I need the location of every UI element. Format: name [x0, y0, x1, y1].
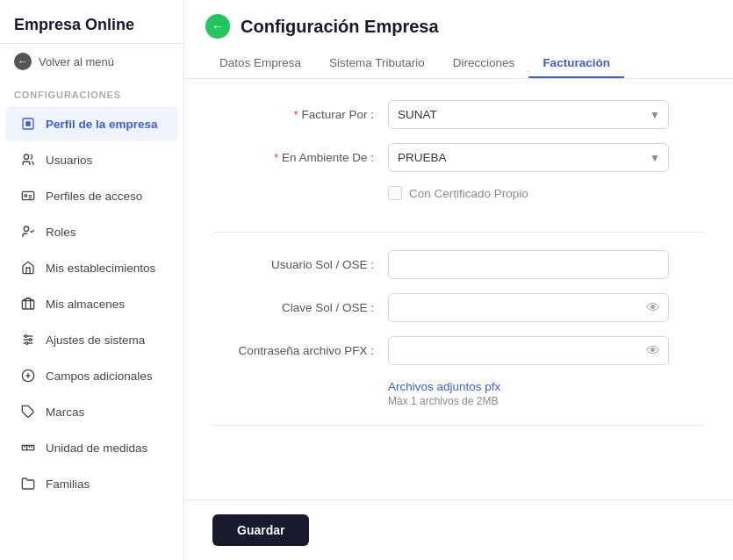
tag-icon [19, 403, 37, 420]
svg-point-1 [24, 154, 28, 159]
usuario-sol-control [388, 250, 669, 279]
svg-point-4 [24, 226, 28, 231]
tab-facturacion[interactable]: Facturación [528, 49, 624, 78]
contrasena-input-wrapper: 👁 [388, 336, 669, 365]
sidebar-nav: Perfil de la empresa Usuarios Perfiles d… [0, 105, 183, 560]
sidebar-item-establecimientos[interactable]: Mis establecimientos [5, 250, 178, 285]
ambiente-text: En Ambiente De : [282, 151, 374, 164]
id-card-icon [19, 187, 37, 205]
back-icon: ← [14, 53, 32, 70]
facturar-por-row: * Facturar Por : SUNAT OSE ▼ [212, 100, 705, 129]
contrasena-label: Contraseña archivo PFX : [212, 344, 388, 357]
warehouse-icon [19, 295, 37, 312]
header-top: ← Configuración Empresa [205, 14, 712, 39]
facturar-por-text: Facturar Por : [301, 108, 374, 121]
page-title: Configuración Empresa [241, 17, 439, 37]
sidebar-item-label-familias: Familias [46, 477, 90, 491]
ambiente-row: * En Ambiente De : PRUEBA PRODUCCION ▼ [212, 143, 705, 172]
svg-point-3 [25, 195, 27, 197]
ambiente-select[interactable]: PRUEBA PRODUCCION [388, 143, 669, 172]
clave-sol-eye-icon[interactable]: 👁 [646, 300, 660, 316]
contrasena-eye-icon[interactable]: 👁 [646, 343, 660, 359]
sidebar-item-label-almacenes: Mis almacenes [46, 298, 125, 311]
sidebar-item-label-ajustes: Ajustes de sistema [46, 334, 145, 347]
sidebar-item-label-perfiles: Perfiles de acceso [46, 190, 142, 203]
contrasena-control: 👁 [388, 336, 669, 365]
clave-sol-control: 👁 [388, 293, 669, 322]
facturar-por-select[interactable]: SUNAT OSE [388, 100, 669, 129]
users-icon [19, 151, 37, 169]
certificado-label: Con Certificado Propio [409, 187, 528, 200]
svg-point-10 [29, 339, 32, 341]
back-label: Volver al menú [39, 55, 114, 68]
clave-sol-input[interactable] [388, 293, 669, 322]
sidebar-item-marcas[interactable]: Marcas [5, 394, 178, 429]
tab-bar: Datos Empresa Sistema Tributario Direcci… [205, 49, 712, 78]
ambiente-select-wrapper: PRUEBA PRODUCCION ▼ [388, 143, 669, 172]
ambiente-label: * En Ambiente De : [212, 151, 388, 164]
svg-point-11 [25, 342, 28, 345]
sidebar-section-label: CONFIGURACIONES [0, 79, 183, 105]
usuario-sol-row: Usuario Sol / OSE : [212, 250, 705, 279]
folder-icon [19, 475, 37, 492]
credentials-section: Usuario Sol / OSE : Clave Sol / OSE : 👁 … [212, 250, 705, 426]
tab-sistema-tributario[interactable]: Sistema Tributario [315, 49, 439, 78]
certificado-row: Con Certificado Propio [388, 186, 705, 200]
form-area: * Facturar Por : SUNAT OSE ▼ * En Ambien… [184, 79, 733, 499]
sidebar-item-usuarios[interactable]: Usuarios [5, 142, 178, 177]
clave-sol-label: Clave Sol / OSE : [212, 301, 388, 314]
brand-title: Empresa Online [14, 16, 169, 34]
sidebar-item-almacenes[interactable]: Mis almacenes [5, 286, 178, 321]
archivos-hint: Màx 1 archivos de 2MB [388, 395, 705, 407]
sliders-icon [19, 331, 37, 348]
usuario-sol-label: Usuario Sol / OSE : [212, 258, 388, 271]
archivos-section: Archivos adjuntos pfx Màx 1 archivos de … [388, 379, 705, 407]
back-circle-button[interactable]: ← [205, 14, 230, 39]
contrasena-input[interactable] [388, 336, 669, 365]
clave-sol-row: Clave Sol / OSE : 👁 [212, 293, 705, 322]
svg-point-9 [25, 335, 27, 338]
sidebar-item-label-establecimientos: Mis establecimientos [46, 262, 155, 275]
sidebar-item-roles[interactable]: Roles [5, 214, 178, 249]
save-button[interactable]: Guardar [212, 514, 309, 546]
sidebar-item-campos[interactable]: Campos adicionales [5, 358, 178, 393]
sidebar-item-label-usuarios: Usuarios [46, 154, 92, 167]
main-footer: Guardar [184, 499, 733, 560]
main-content: ← Configuración Empresa Datos Empresa Si… [184, 0, 733, 560]
person-check-icon [19, 223, 37, 241]
store-icon [19, 259, 37, 276]
facturar-por-select-wrapper: SUNAT OSE ▼ [388, 100, 669, 129]
main-header: ← Configuración Empresa Datos Empresa Si… [184, 0, 733, 79]
clave-sol-input-wrapper: 👁 [388, 293, 669, 322]
sidebar-item-label-roles: Roles [46, 226, 76, 239]
sidebar-item-perfil[interactable]: Perfil de la empresa [5, 106, 178, 141]
sidebar-item-label-campos: Campos adicionales [46, 370, 153, 383]
tab-datos-empresa[interactable]: Datos Empresa [205, 49, 315, 78]
back-to-menu[interactable]: ← Volver al menú [0, 44, 183, 79]
sidebar-item-label-perfil: Perfil de la empresa [46, 118, 158, 131]
contrasena-row: Contraseña archivo PFX : 👁 [212, 336, 705, 365]
sidebar-item-unidad[interactable]: Unidad de medidas [5, 430, 178, 465]
archivos-link[interactable]: Archivos adjuntos pfx [388, 380, 500, 393]
billing-section: * Facturar Por : SUNAT OSE ▼ * En Ambien… [212, 100, 705, 233]
ambiente-control: PRUEBA PRODUCCION ▼ [388, 143, 669, 172]
sidebar-brand: Empresa Online [0, 0, 183, 44]
tab-direcciones[interactable]: Direcciones [439, 49, 529, 78]
certificado-checkbox[interactable] [388, 186, 402, 200]
ruler-icon [19, 439, 37, 456]
required-star-ambiente: * [274, 151, 282, 164]
facturar-por-label: * Facturar Por : [212, 108, 388, 121]
facturar-por-control: SUNAT OSE ▼ [388, 100, 669, 129]
sidebar-item-label-marcas: Marcas [46, 406, 84, 419]
building-icon [19, 115, 37, 133]
sidebar-item-label-unidad: Unidad de medidas [46, 442, 147, 455]
sidebar-item-familias[interactable]: Familias [5, 466, 178, 501]
sidebar: Empresa Online ← Volver al menú CONFIGUR… [0, 0, 184, 560]
sidebar-item-ajustes[interactable]: Ajustes de sistema [5, 322, 178, 357]
sidebar-item-perfiles-acceso[interactable]: Perfiles de acceso [5, 178, 178, 213]
fields-icon [19, 367, 37, 384]
svg-rect-5 [22, 301, 33, 309]
usuario-sol-input[interactable] [388, 250, 669, 279]
